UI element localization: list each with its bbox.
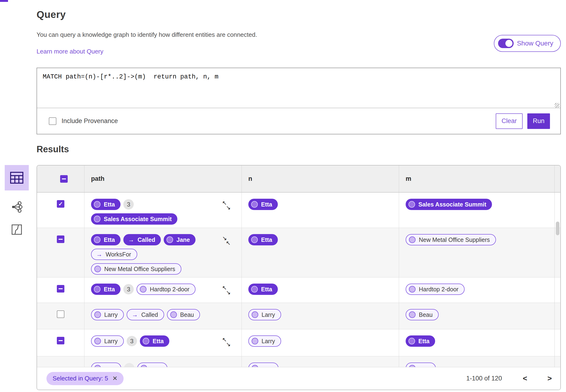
row-checkbox[interactable]: ✓ <box>57 200 64 208</box>
table-row: ✓Etta3Sales Associate Summit↖↘EttaSales … <box>37 193 560 228</box>
row-checkbox[interactable] <box>57 285 64 293</box>
pill-label: Larry <box>104 311 118 318</box>
pill-label: Etta <box>104 237 115 243</box>
node-pill[interactable]: Larry <box>91 309 124 320</box>
pill-label: Etta <box>261 286 272 293</box>
node-icon <box>409 338 415 344</box>
select-all-checkbox[interactable] <box>60 175 68 183</box>
include-provenance-checkbox[interactable] <box>49 117 56 125</box>
arrow-right-icon: → <box>130 312 138 318</box>
node-icon <box>409 201 415 208</box>
expand-icon[interactable]: ↖↘ <box>222 337 232 348</box>
graph-view-button[interactable] <box>11 201 22 213</box>
collapse-icon[interactable]: ↘↖ <box>222 236 232 246</box>
clear-button[interactable]: Clear <box>496 113 523 129</box>
edge-pill[interactable]: →Called <box>127 309 164 320</box>
table-row: Larry3Etta↖↘LarryEtta <box>37 329 560 356</box>
node-pill[interactable]: Etta <box>248 199 278 210</box>
map-view-button[interactable] <box>12 224 22 236</box>
edge-pill[interactable]: →Called <box>123 234 161 245</box>
pill-label: Sales Associate Summit <box>418 201 486 208</box>
expand-icon[interactable]: ↖↘ <box>222 285 232 296</box>
pill-label: Etta <box>153 338 164 345</box>
node-pill[interactable]: Etta <box>91 199 121 210</box>
row-checkbox[interactable] <box>57 337 64 344</box>
query-input[interactable]: MATCH path=(n)-[r*..2]->(m) return path,… <box>37 68 560 108</box>
column-header-m[interactable]: m <box>399 166 554 192</box>
m-cell: New Metal Office Suppliers <box>399 228 554 278</box>
node-pill[interactable]: Etta <box>91 234 121 245</box>
query-editor: MATCH path=(n)-[r*..2]->(m) return path,… <box>37 68 561 134</box>
chip-close-icon[interactable]: ✕ <box>113 375 118 382</box>
pill-label: New Metal Office Suppliers <box>104 266 175 272</box>
node-pill[interactable]: Larry <box>248 336 281 347</box>
results-title: Results <box>37 144 69 154</box>
column-header-n[interactable]: n <box>241 166 399 192</box>
pill-label: Beau <box>180 311 194 318</box>
n-cell: Etta <box>241 278 399 303</box>
table-footer: Selected in Query: 5 ✕ 1-100 of 120 < > <box>37 367 560 390</box>
table-header-row: path n m <box>37 166 560 193</box>
node-pill[interactable]: Etta <box>140 336 169 347</box>
pill-label: Jane <box>176 237 190 243</box>
node-icon <box>251 237 258 243</box>
learn-more-link[interactable]: Learn more about Query <box>37 48 103 55</box>
node-pill[interactable]: Etta <box>248 284 278 295</box>
node-pill[interactable]: Hardtop 2-door <box>406 284 465 295</box>
toggle-switch-icon[interactable] <box>498 39 514 48</box>
toggle-knob <box>505 39 513 47</box>
view-switcher <box>5 165 29 236</box>
node-pill[interactable]: Larry <box>248 309 281 320</box>
node-icon <box>94 338 101 344</box>
node-pill[interactable]: Etta <box>406 336 435 347</box>
pagination-prev-button[interactable]: < <box>523 374 527 383</box>
n-cell: Etta <box>241 193 399 228</box>
node-pill[interactable]: New Metal Office Suppliers <box>406 234 496 245</box>
column-header-path[interactable]: path <box>84 166 241 192</box>
node-pill[interactable]: Sales Associate Summit <box>406 199 492 210</box>
show-query-toggle[interactable]: Show Query <box>494 35 561 52</box>
node-pill[interactable]: Beau <box>406 309 439 320</box>
pagination-next-button[interactable]: > <box>547 374 552 383</box>
textarea-resize-handle-icon[interactable] <box>555 103 559 108</box>
node-pill[interactable]: Hardtop 2-door <box>137 284 196 295</box>
node-icon <box>251 201 258 208</box>
pill-label: Larry <box>262 311 275 318</box>
pill-label: Hardtop 2-door <box>150 286 189 293</box>
pill-label: Larry <box>262 338 275 345</box>
node-pill[interactable]: New Metal Office Suppliers <box>91 263 181 275</box>
node-icon <box>409 311 416 318</box>
pill-label: Etta <box>104 201 115 208</box>
node-icon <box>94 237 100 243</box>
node-pill[interactable]: Jane <box>164 234 196 245</box>
pill-label: Called <box>138 237 155 243</box>
node-icon <box>94 216 100 222</box>
node-icon <box>170 311 177 318</box>
run-button[interactable]: Run <box>527 113 550 129</box>
include-provenance-control[interactable]: Include Provenance <box>49 117 118 125</box>
node-pill[interactable]: Larry <box>91 336 124 347</box>
node-icon <box>252 338 258 344</box>
table-row: Etta→CalledJane→WorksForNew Metal Office… <box>37 228 560 278</box>
include-provenance-label: Include Provenance <box>62 117 118 125</box>
path-cell: Etta3Hardtop 2-door↖↘ <box>84 278 241 303</box>
filter-chip[interactable]: Selected in Query: 5 ✕ <box>46 372 124 385</box>
row-checkbox[interactable] <box>57 310 64 318</box>
node-pill[interactable]: Sales Associate Summit <box>91 213 177 225</box>
node-icon <box>251 286 258 293</box>
pill-label: New Metal Office Suppliers <box>419 237 490 243</box>
expand-icon[interactable]: ↖↘ <box>222 200 232 211</box>
node-pill[interactable]: Etta <box>248 234 278 245</box>
edge-pill[interactable]: →WorksFor <box>91 249 137 260</box>
table-view-button[interactable] <box>5 165 29 190</box>
vertical-scrollbar[interactable] <box>556 222 559 235</box>
pill-label: Etta <box>261 237 272 243</box>
node-pill[interactable]: Etta <box>91 284 121 295</box>
node-pill[interactable]: Beau <box>167 309 200 320</box>
count-badge: 3 <box>127 336 137 346</box>
arrow-right-icon: → <box>126 237 134 243</box>
app-edge-accent <box>0 0 8 2</box>
row-checkbox[interactable] <box>57 236 64 243</box>
show-query-label: Show Query <box>517 40 553 47</box>
pill-label: Etta <box>104 286 115 293</box>
